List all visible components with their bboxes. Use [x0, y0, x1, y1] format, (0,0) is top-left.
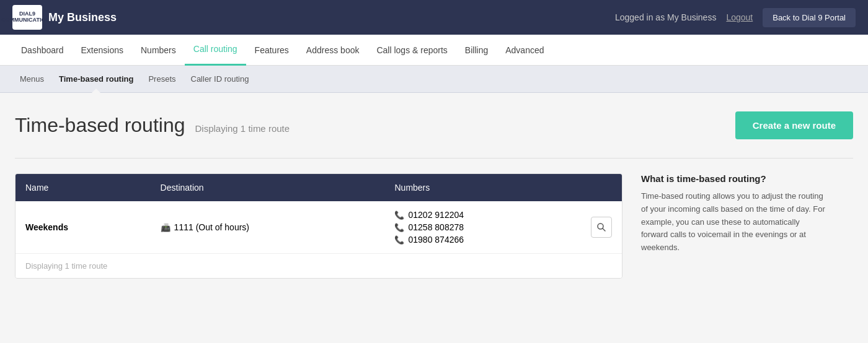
logged-in-label: Logged in as My Business [615, 12, 716, 22]
nav-item-billing[interactable]: Billing [456, 35, 497, 66]
search-icon [596, 222, 606, 232]
nav-item-numbers[interactable]: Numbers [132, 35, 185, 66]
logo-icon: DIAL9 COMMUNICATIONS [12, 5, 42, 30]
number-item-1: 📞 01202 912204 [394, 210, 464, 220]
number-item-3: 📞 01980 874266 [394, 235, 464, 245]
number-item-2: 📞 01258 808278 [394, 222, 464, 232]
header-right: Logged in as My Business Logout Back to … [615, 8, 856, 27]
sidebar-description: Time-based routing allows you to adjust … [641, 190, 827, 254]
col-header-name: Name [16, 174, 151, 201]
nav-item-advanced[interactable]: Advanced [497, 35, 552, 66]
page-heading-left: Time-based routing Displaying 1 time rou… [15, 114, 290, 137]
logout-link[interactable]: Logout [726, 12, 753, 22]
nav-item-call-routing[interactable]: Call routing [185, 35, 246, 66]
nav-item-call-logs[interactable]: Call logs & reports [368, 35, 456, 66]
table-footer: Displaying 1 time route [16, 254, 622, 278]
create-new-route-button[interactable]: Create a new route [735, 111, 853, 139]
row-destination: 📠 1111 (Out of hours) [151, 201, 385, 254]
phone-number-3: 01980 874266 [408, 235, 464, 245]
sidebar-heading: What is time-based routing? [641, 173, 827, 184]
subnav-caller-id-routing[interactable]: Caller ID routing [184, 66, 257, 93]
destination-icon: 📠 [161, 223, 170, 232]
subnav-time-based-routing[interactable]: Time-based routing [51, 66, 141, 93]
nav-item-extensions[interactable]: Extensions [73, 35, 132, 66]
row-name: Weekends [16, 201, 151, 254]
top-header: DIAL9 COMMUNICATIONS My Business Logged … [0, 0, 868, 35]
routes-table: Name Destination Numbers Weekends 📠 [16, 174, 622, 254]
col-header-destination: Destination [151, 174, 385, 201]
phone-number-1: 01202 912204 [408, 210, 464, 220]
sub-nav: Menus Time-based routing Presets Caller … [0, 66, 868, 93]
phone-icon-3: 📞 [394, 235, 404, 245]
col-header-numbers: Numbers [384, 174, 622, 201]
page-title: Time-based routing [15, 114, 185, 137]
row-numbers: 📞 01202 912204 📞 01258 808278 📞 [384, 201, 622, 254]
table-row: Weekends 📠 1111 (Out of hours) [16, 201, 622, 254]
main-layout: Name Destination Numbers Weekends 📠 [15, 173, 853, 279]
displaying-count: Displaying 1 time route [195, 123, 290, 134]
sidebar-info: What is time-based routing? Time-based r… [641, 173, 827, 254]
business-name: My Business [48, 11, 117, 24]
page-heading-row: Time-based routing Displaying 1 time rou… [15, 111, 853, 139]
logo-area: DIAL9 COMMUNICATIONS My Business [12, 5, 117, 30]
table-container: Name Destination Numbers Weekends 📠 [15, 173, 622, 279]
table-header-row: Name Destination Numbers [16, 174, 622, 201]
nav-item-features[interactable]: Features [246, 35, 298, 66]
page-content: Time-based routing Displaying 1 time rou… [0, 93, 868, 341]
svg-line-1 [603, 228, 605, 231]
nav-item-address-book[interactable]: Address book [298, 35, 368, 66]
destination-label: 1111 (Out of hours) [174, 222, 249, 232]
main-nav: Dashboard Extensions Numbers Call routin… [0, 35, 868, 66]
row-search-button[interactable] [591, 217, 612, 238]
back-portal-button[interactable]: Back to Dial 9 Portal [763, 8, 856, 27]
divider [15, 158, 853, 158]
phone-number-2: 01258 808278 [408, 222, 464, 232]
nav-item-dashboard[interactable]: Dashboard [12, 35, 73, 66]
numbers-list: 📞 01202 912204 📞 01258 808278 📞 [394, 210, 464, 245]
phone-icon-2: 📞 [394, 223, 404, 232]
phone-icon-1: 📞 [394, 211, 404, 220]
subnav-presets[interactable]: Presets [141, 66, 183, 93]
subnav-menus[interactable]: Menus [12, 66, 51, 93]
